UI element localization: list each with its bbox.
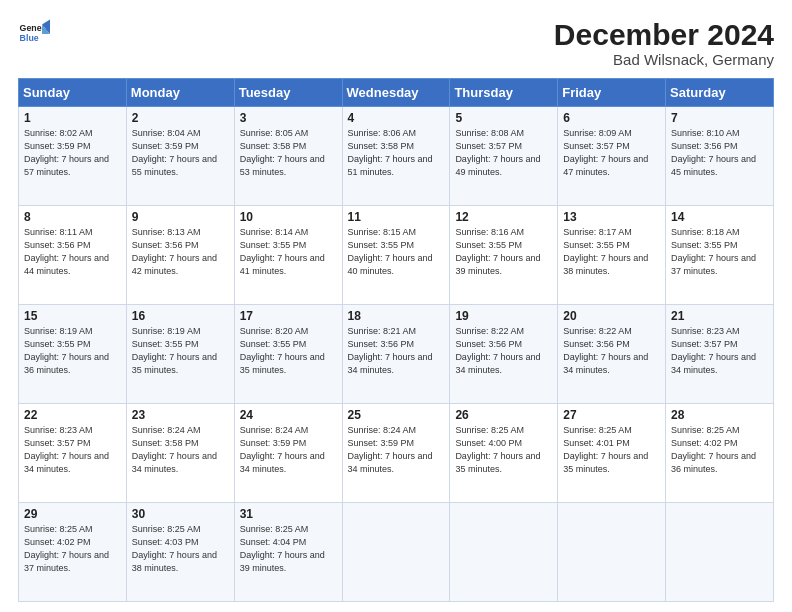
cell-info: Sunrise: 8:23 AMSunset: 3:57 PMDaylight:… bbox=[24, 425, 109, 474]
day-number: 5 bbox=[455, 111, 552, 125]
day-cell: 26 Sunrise: 8:25 AMSunset: 4:00 PMDaylig… bbox=[450, 404, 558, 503]
day-number: 20 bbox=[563, 309, 660, 323]
day-cell: 12 Sunrise: 8:16 AMSunset: 3:55 PMDaylig… bbox=[450, 206, 558, 305]
day-number: 1 bbox=[24, 111, 121, 125]
day-number: 16 bbox=[132, 309, 229, 323]
day-cell bbox=[558, 503, 666, 602]
cell-info: Sunrise: 8:22 AMSunset: 3:56 PMDaylight:… bbox=[455, 326, 540, 375]
day-cell: 25 Sunrise: 8:24 AMSunset: 3:59 PMDaylig… bbox=[342, 404, 450, 503]
day-cell: 14 Sunrise: 8:18 AMSunset: 3:55 PMDaylig… bbox=[666, 206, 774, 305]
day-cell: 29 Sunrise: 8:25 AMSunset: 4:02 PMDaylig… bbox=[19, 503, 127, 602]
day-number: 12 bbox=[455, 210, 552, 224]
header: General Blue December 2024 Bad Wilsnack,… bbox=[18, 18, 774, 68]
cell-info: Sunrise: 8:08 AMSunset: 3:57 PMDaylight:… bbox=[455, 128, 540, 177]
day-cell: 3 Sunrise: 8:05 AMSunset: 3:58 PMDayligh… bbox=[234, 107, 342, 206]
day-number: 9 bbox=[132, 210, 229, 224]
cell-info: Sunrise: 8:13 AMSunset: 3:56 PMDaylight:… bbox=[132, 227, 217, 276]
day-cell bbox=[450, 503, 558, 602]
day-cell bbox=[342, 503, 450, 602]
subtitle: Bad Wilsnack, Germany bbox=[554, 51, 774, 68]
day-cell: 6 Sunrise: 8:09 AMSunset: 3:57 PMDayligh… bbox=[558, 107, 666, 206]
day-cell: 23 Sunrise: 8:24 AMSunset: 3:58 PMDaylig… bbox=[126, 404, 234, 503]
day-number: 31 bbox=[240, 507, 337, 521]
day-cell: 19 Sunrise: 8:22 AMSunset: 3:56 PMDaylig… bbox=[450, 305, 558, 404]
col-header-friday: Friday bbox=[558, 79, 666, 107]
day-cell: 16 Sunrise: 8:19 AMSunset: 3:55 PMDaylig… bbox=[126, 305, 234, 404]
day-cell: 8 Sunrise: 8:11 AMSunset: 3:56 PMDayligh… bbox=[19, 206, 127, 305]
cell-info: Sunrise: 8:05 AMSunset: 3:58 PMDaylight:… bbox=[240, 128, 325, 177]
cell-info: Sunrise: 8:02 AMSunset: 3:59 PMDaylight:… bbox=[24, 128, 109, 177]
day-cell: 22 Sunrise: 8:23 AMSunset: 3:57 PMDaylig… bbox=[19, 404, 127, 503]
cell-info: Sunrise: 8:06 AMSunset: 3:58 PMDaylight:… bbox=[348, 128, 433, 177]
day-cell: 1 Sunrise: 8:02 AMSunset: 3:59 PMDayligh… bbox=[19, 107, 127, 206]
calendar-header-row: SundayMondayTuesdayWednesdayThursdayFrid… bbox=[19, 79, 774, 107]
cell-info: Sunrise: 8:14 AMSunset: 3:55 PMDaylight:… bbox=[240, 227, 325, 276]
col-header-saturday: Saturday bbox=[666, 79, 774, 107]
day-number: 25 bbox=[348, 408, 445, 422]
logo: General Blue bbox=[18, 18, 50, 50]
day-cell: 9 Sunrise: 8:13 AMSunset: 3:56 PMDayligh… bbox=[126, 206, 234, 305]
day-cell: 18 Sunrise: 8:21 AMSunset: 3:56 PMDaylig… bbox=[342, 305, 450, 404]
week-row-3: 15 Sunrise: 8:19 AMSunset: 3:55 PMDaylig… bbox=[19, 305, 774, 404]
day-cell: 27 Sunrise: 8:25 AMSunset: 4:01 PMDaylig… bbox=[558, 404, 666, 503]
day-number: 26 bbox=[455, 408, 552, 422]
day-number: 21 bbox=[671, 309, 768, 323]
day-cell: 10 Sunrise: 8:14 AMSunset: 3:55 PMDaylig… bbox=[234, 206, 342, 305]
day-number: 15 bbox=[24, 309, 121, 323]
day-number: 27 bbox=[563, 408, 660, 422]
day-number: 14 bbox=[671, 210, 768, 224]
day-number: 4 bbox=[348, 111, 445, 125]
day-number: 10 bbox=[240, 210, 337, 224]
cell-info: Sunrise: 8:24 AMSunset: 3:59 PMDaylight:… bbox=[240, 425, 325, 474]
cell-info: Sunrise: 8:25 AMSunset: 4:02 PMDaylight:… bbox=[24, 524, 109, 573]
day-cell: 28 Sunrise: 8:25 AMSunset: 4:02 PMDaylig… bbox=[666, 404, 774, 503]
day-cell: 11 Sunrise: 8:15 AMSunset: 3:55 PMDaylig… bbox=[342, 206, 450, 305]
day-number: 18 bbox=[348, 309, 445, 323]
cell-info: Sunrise: 8:10 AMSunset: 3:56 PMDaylight:… bbox=[671, 128, 756, 177]
col-header-thursday: Thursday bbox=[450, 79, 558, 107]
day-number: 7 bbox=[671, 111, 768, 125]
cell-info: Sunrise: 8:11 AMSunset: 3:56 PMDaylight:… bbox=[24, 227, 109, 276]
week-row-5: 29 Sunrise: 8:25 AMSunset: 4:02 PMDaylig… bbox=[19, 503, 774, 602]
week-row-1: 1 Sunrise: 8:02 AMSunset: 3:59 PMDayligh… bbox=[19, 107, 774, 206]
cell-info: Sunrise: 8:15 AMSunset: 3:55 PMDaylight:… bbox=[348, 227, 433, 276]
day-cell: 20 Sunrise: 8:22 AMSunset: 3:56 PMDaylig… bbox=[558, 305, 666, 404]
cell-info: Sunrise: 8:19 AMSunset: 3:55 PMDaylight:… bbox=[24, 326, 109, 375]
day-number: 6 bbox=[563, 111, 660, 125]
cell-info: Sunrise: 8:25 AMSunset: 4:01 PMDaylight:… bbox=[563, 425, 648, 474]
day-cell: 17 Sunrise: 8:20 AMSunset: 3:55 PMDaylig… bbox=[234, 305, 342, 404]
day-cell: 2 Sunrise: 8:04 AMSunset: 3:59 PMDayligh… bbox=[126, 107, 234, 206]
day-cell: 24 Sunrise: 8:24 AMSunset: 3:59 PMDaylig… bbox=[234, 404, 342, 503]
cell-info: Sunrise: 8:19 AMSunset: 3:55 PMDaylight:… bbox=[132, 326, 217, 375]
day-cell: 7 Sunrise: 8:10 AMSunset: 3:56 PMDayligh… bbox=[666, 107, 774, 206]
cell-info: Sunrise: 8:17 AMSunset: 3:55 PMDaylight:… bbox=[563, 227, 648, 276]
cell-info: Sunrise: 8:24 AMSunset: 3:58 PMDaylight:… bbox=[132, 425, 217, 474]
week-row-4: 22 Sunrise: 8:23 AMSunset: 3:57 PMDaylig… bbox=[19, 404, 774, 503]
cell-info: Sunrise: 8:09 AMSunset: 3:57 PMDaylight:… bbox=[563, 128, 648, 177]
day-cell: 5 Sunrise: 8:08 AMSunset: 3:57 PMDayligh… bbox=[450, 107, 558, 206]
cell-info: Sunrise: 8:21 AMSunset: 3:56 PMDaylight:… bbox=[348, 326, 433, 375]
cell-info: Sunrise: 8:20 AMSunset: 3:55 PMDaylight:… bbox=[240, 326, 325, 375]
day-cell: 4 Sunrise: 8:06 AMSunset: 3:58 PMDayligh… bbox=[342, 107, 450, 206]
day-number: 22 bbox=[24, 408, 121, 422]
cell-info: Sunrise: 8:25 AMSunset: 4:02 PMDaylight:… bbox=[671, 425, 756, 474]
day-cell: 31 Sunrise: 8:25 AMSunset: 4:04 PMDaylig… bbox=[234, 503, 342, 602]
cell-info: Sunrise: 8:23 AMSunset: 3:57 PMDaylight:… bbox=[671, 326, 756, 375]
logo-icon: General Blue bbox=[18, 18, 50, 50]
title-block: December 2024 Bad Wilsnack, Germany bbox=[554, 18, 774, 68]
day-cell: 13 Sunrise: 8:17 AMSunset: 3:55 PMDaylig… bbox=[558, 206, 666, 305]
day-cell: 30 Sunrise: 8:25 AMSunset: 4:03 PMDaylig… bbox=[126, 503, 234, 602]
day-number: 19 bbox=[455, 309, 552, 323]
svg-text:Blue: Blue bbox=[20, 33, 39, 43]
day-number: 11 bbox=[348, 210, 445, 224]
cell-info: Sunrise: 8:24 AMSunset: 3:59 PMDaylight:… bbox=[348, 425, 433, 474]
cell-info: Sunrise: 8:16 AMSunset: 3:55 PMDaylight:… bbox=[455, 227, 540, 276]
day-number: 13 bbox=[563, 210, 660, 224]
cell-info: Sunrise: 8:22 AMSunset: 3:56 PMDaylight:… bbox=[563, 326, 648, 375]
col-header-monday: Monday bbox=[126, 79, 234, 107]
page: General Blue December 2024 Bad Wilsnack,… bbox=[0, 0, 792, 612]
cell-info: Sunrise: 8:25 AMSunset: 4:00 PMDaylight:… bbox=[455, 425, 540, 474]
day-number: 29 bbox=[24, 507, 121, 521]
day-number: 30 bbox=[132, 507, 229, 521]
day-number: 23 bbox=[132, 408, 229, 422]
